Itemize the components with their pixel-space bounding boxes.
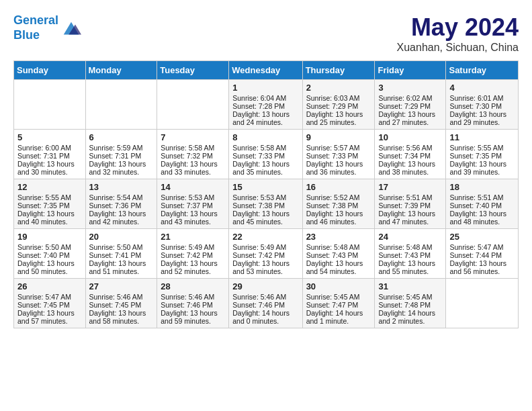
calendar-cell: 6Sunrise: 5:59 AMSunset: 7:31 PMDaylight… — [85, 130, 157, 179]
day-number: 26 — [17, 281, 82, 291]
day-number: 11 — [449, 132, 515, 142]
calendar-cell: 14Sunrise: 5:53 AMSunset: 7:37 PMDayligh… — [157, 179, 229, 229]
calendar-cell: 18Sunrise: 5:51 AMSunset: 7:40 PMDayligh… — [446, 179, 519, 229]
day-info: Daylight: 13 hours and 54 minutes. — [306, 259, 371, 275]
day-info: Sunset: 7:45 PM — [89, 301, 154, 309]
day-number: 9 — [306, 132, 371, 142]
calendar-cell: 16Sunrise: 5:52 AMSunset: 7:38 PMDayligh… — [302, 179, 375, 229]
day-number: 22 — [232, 232, 298, 242]
day-info: Daylight: 13 hours and 40 minutes. — [17, 210, 82, 226]
title-block: May 2024 Xuanhan, Sichuan, China — [397, 13, 519, 54]
weekday-header-monday: Monday — [85, 61, 157, 80]
day-info: Daylight: 13 hours and 48 minutes. — [449, 210, 515, 226]
day-number: 4 — [449, 83, 515, 93]
day-info: Sunset: 7:43 PM — [306, 251, 371, 259]
day-info: Sunset: 7:33 PM — [232, 152, 298, 160]
day-number: 14 — [161, 182, 225, 192]
day-number: 31 — [378, 281, 442, 291]
day-info: Sunset: 7:35 PM — [17, 201, 82, 210]
day-info: Sunrise: 5:50 AM — [89, 243, 154, 251]
day-info: Daylight: 14 hours and 2 minutes. — [378, 309, 442, 325]
day-info: Sunrise: 5:48 AM — [378, 243, 442, 251]
calendar-cell: 12Sunrise: 5:55 AMSunset: 7:35 PMDayligh… — [14, 179, 86, 229]
day-info: Sunrise: 5:54 AM — [89, 193, 154, 201]
day-number: 20 — [89, 232, 154, 242]
day-info: Sunset: 7:42 PM — [232, 251, 298, 259]
day-info: Sunrise: 5:51 AM — [378, 193, 442, 201]
day-info: Sunset: 7:31 PM — [17, 152, 82, 160]
day-info: Sunrise: 5:45 AM — [378, 293, 442, 301]
calendar-cell: 8Sunrise: 5:58 AMSunset: 7:33 PMDaylight… — [229, 130, 302, 179]
day-info: Daylight: 13 hours and 57 minutes. — [17, 309, 82, 325]
day-number: 15 — [232, 182, 298, 192]
day-info: Daylight: 13 hours and 42 minutes. — [89, 210, 154, 226]
calendar-cell: 3Sunrise: 6:02 AMSunset: 7:29 PMDaylight… — [375, 80, 446, 130]
day-number: 2 — [306, 83, 371, 93]
calendar-cell: 19Sunrise: 5:50 AMSunset: 7:40 PMDayligh… — [14, 229, 86, 279]
day-info: Sunrise: 5:49 AM — [232, 243, 298, 251]
day-number: 17 — [378, 182, 442, 192]
logo-icon — [61, 18, 81, 38]
calendar-cell — [446, 279, 519, 328]
week-row-5: 26Sunrise: 5:47 AMSunset: 7:45 PMDayligh… — [14, 279, 519, 328]
day-info: Sunset: 7:45 PM — [17, 301, 82, 309]
month-title: May 2024 — [397, 13, 519, 42]
day-info: Sunset: 7:31 PM — [89, 152, 154, 160]
weekday-header-saturday: Saturday — [446, 61, 519, 80]
day-info: Daylight: 13 hours and 29 minutes. — [449, 110, 515, 126]
calendar-cell: 27Sunrise: 5:46 AMSunset: 7:45 PMDayligh… — [85, 279, 157, 328]
day-info: Sunrise: 5:53 AM — [232, 193, 298, 201]
day-info: Sunset: 7:46 PM — [161, 301, 225, 309]
week-row-1: 1Sunrise: 6:04 AMSunset: 7:28 PMDaylight… — [14, 80, 519, 130]
week-row-4: 19Sunrise: 5:50 AMSunset: 7:40 PMDayligh… — [14, 229, 519, 279]
day-info: Sunset: 7:28 PM — [232, 102, 298, 110]
day-info: Daylight: 13 hours and 24 minutes. — [232, 110, 298, 126]
day-info: Sunrise: 5:46 AM — [89, 293, 154, 301]
day-info: Sunrise: 5:55 AM — [17, 193, 82, 201]
day-info: Sunset: 7:38 PM — [232, 201, 298, 210]
calendar-cell — [157, 80, 229, 130]
day-info: Sunset: 7:40 PM — [17, 251, 82, 259]
weekday-header-friday: Friday — [375, 61, 446, 80]
day-info: Daylight: 13 hours and 30 minutes. — [17, 160, 82, 176]
day-info: Daylight: 13 hours and 53 minutes. — [232, 259, 298, 275]
location: Xuanhan, Sichuan, China — [397, 42, 519, 54]
day-number: 28 — [161, 281, 225, 291]
day-info: Sunset: 7:43 PM — [378, 251, 442, 259]
calendar-cell: 25Sunrise: 5:47 AMSunset: 7:44 PMDayligh… — [446, 229, 519, 279]
calendar-cell: 22Sunrise: 5:49 AMSunset: 7:42 PMDayligh… — [229, 229, 302, 279]
day-number: 23 — [306, 232, 371, 242]
day-info: Sunrise: 6:03 AM — [306, 94, 371, 102]
day-info: Sunrise: 5:47 AM — [449, 243, 515, 251]
day-info: Sunrise: 5:57 AM — [306, 144, 371, 152]
weekday-header-sunday: Sunday — [14, 61, 86, 80]
day-info: Daylight: 13 hours and 50 minutes. — [17, 259, 82, 275]
day-number: 3 — [378, 83, 442, 93]
calendar-cell: 31Sunrise: 5:45 AMSunset: 7:48 PMDayligh… — [375, 279, 446, 328]
calendar-cell: 5Sunrise: 6:00 AMSunset: 7:31 PMDaylight… — [14, 130, 86, 179]
day-number: 27 — [89, 281, 154, 291]
day-info: Sunset: 7:29 PM — [378, 102, 442, 110]
day-info: Daylight: 13 hours and 58 minutes. — [89, 309, 154, 325]
day-info: Sunrise: 6:02 AM — [378, 94, 442, 102]
day-info: Daylight: 13 hours and 35 minutes. — [232, 160, 298, 176]
calendar-cell: 20Sunrise: 5:50 AMSunset: 7:41 PMDayligh… — [85, 229, 157, 279]
day-info: Daylight: 13 hours and 55 minutes. — [378, 259, 442, 275]
day-info: Sunset: 7:34 PM — [378, 152, 442, 160]
day-info: Sunrise: 6:04 AM — [232, 94, 298, 102]
page-header: General Blue May 2024 Xuanhan, Sichuan, … — [13, 13, 519, 54]
day-info: Sunrise: 6:00 AM — [17, 144, 82, 152]
day-info: Daylight: 13 hours and 32 minutes. — [89, 160, 154, 176]
day-number: 18 — [449, 182, 515, 192]
day-number: 13 — [89, 182, 154, 192]
day-number: 21 — [161, 232, 225, 242]
day-info: Sunrise: 5:58 AM — [232, 144, 298, 152]
weekday-header-tuesday: Tuesday — [157, 61, 229, 80]
week-row-2: 5Sunrise: 6:00 AMSunset: 7:31 PMDaylight… — [14, 130, 519, 179]
day-info: Daylight: 13 hours and 36 minutes. — [306, 160, 371, 176]
calendar-cell: 28Sunrise: 5:46 AMSunset: 7:46 PMDayligh… — [157, 279, 229, 328]
day-info: Daylight: 13 hours and 27 minutes. — [378, 110, 442, 126]
calendar-cell: 9Sunrise: 5:57 AMSunset: 7:33 PMDaylight… — [302, 130, 375, 179]
day-info: Sunset: 7:48 PM — [378, 301, 442, 309]
day-info: Daylight: 13 hours and 43 minutes. — [161, 210, 225, 226]
